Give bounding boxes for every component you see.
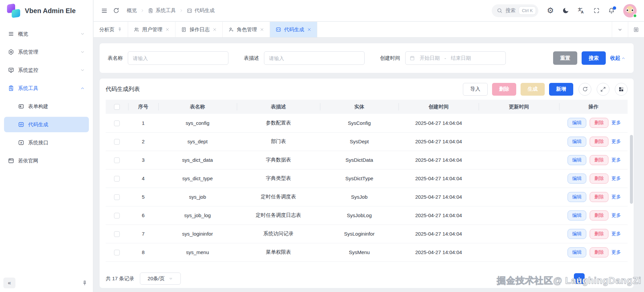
- more-button[interactable]: 更多: [611, 120, 621, 125]
- user-avatar[interactable]: [623, 4, 637, 17]
- row-checkbox[interactable]: [114, 139, 120, 145]
- main-content: 表名称 表描述 创建时间 开始日期 - 结束日期 重置 搜索 收起: [94, 38, 644, 292]
- sidebar-item-system-tools[interactable]: 系统工具: [4, 81, 89, 96]
- table-desc-input[interactable]: [264, 51, 365, 65]
- sidebar-item-system-api[interactable]: If 系统接口: [4, 135, 89, 150]
- tab-close-button[interactable]: [307, 28, 311, 32]
- import-button[interactable]: 导入: [463, 83, 488, 96]
- delete-button[interactable]: 删除: [492, 83, 516, 96]
- more-button[interactable]: 更多: [611, 249, 621, 255]
- edit-button[interactable]: 编辑: [568, 210, 586, 221]
- settings-button[interactable]: ⚙: [547, 7, 554, 14]
- row-checkbox[interactable]: [114, 176, 120, 182]
- sidebar-item-overview[interactable]: 概览: [4, 26, 89, 42]
- close-icon: [213, 28, 217, 32]
- cell-entity: SysDictData: [320, 151, 398, 169]
- more-button[interactable]: 更多: [611, 231, 621, 236]
- column-settings-button[interactable]: [615, 83, 628, 96]
- sidebar-item-system-monitor[interactable]: 系统监控: [4, 62, 89, 78]
- column-header-desc: 表描述: [237, 100, 320, 114]
- sidebar-item-code-generation[interactable]: 代码生成: [4, 117, 89, 132]
- breadcrumb-item-code-generation[interactable]: 代码生成: [187, 7, 215, 14]
- tab-close-button[interactable]: [213, 28, 217, 32]
- edit-button[interactable]: 编辑: [568, 174, 586, 184]
- edit-button[interactable]: 编辑: [568, 118, 586, 128]
- row-checkbox[interactable]: [114, 250, 120, 255]
- delete-row-button[interactable]: 删除: [590, 137, 608, 147]
- sidebar-item-ruoyi-site[interactable]: 若依官网: [4, 153, 89, 168]
- hamburger-menu-button[interactable]: [101, 7, 108, 14]
- edit-button[interactable]: 编辑: [568, 137, 586, 147]
- page-size-select[interactable]: 20条/页: [140, 273, 181, 285]
- table-scrollbar[interactable]: [630, 135, 633, 204]
- grid-icon: [619, 87, 624, 92]
- notifications-button[interactable]: [608, 7, 615, 14]
- tab-operation-log[interactable]: 操作日志: [175, 22, 223, 37]
- column-header-created: 创建时间: [398, 100, 479, 114]
- breadcrumb-item-system-tools[interactable]: 系统工具: [148, 7, 176, 14]
- chevron-right-icon: [140, 8, 145, 13]
- delete-row-button[interactable]: 删除: [590, 247, 608, 257]
- edit-button[interactable]: 编辑: [568, 192, 586, 202]
- more-button[interactable]: 更多: [611, 194, 621, 199]
- delete-row-button[interactable]: 删除: [590, 192, 608, 202]
- row-checkbox[interactable]: [114, 213, 120, 218]
- cell-index: 6: [128, 206, 158, 225]
- date-range-picker[interactable]: 开始日期 - 结束日期: [405, 51, 506, 65]
- delete-row-button[interactable]: 删除: [590, 229, 608, 239]
- row-checkbox[interactable]: [114, 157, 120, 163]
- delete-row-button[interactable]: 删除: [590, 210, 608, 221]
- add-button[interactable]: 新增: [549, 83, 573, 96]
- collapse-label: 收起: [610, 55, 620, 61]
- delete-row-button[interactable]: 删除: [590, 155, 608, 165]
- sidebar-pin-button[interactable]: [82, 280, 88, 286]
- edit-button[interactable]: 编辑: [568, 229, 586, 239]
- tab-analysis[interactable]: 分析页: [94, 22, 128, 37]
- more-button[interactable]: 更多: [611, 176, 621, 181]
- refresh-table-button[interactable]: [579, 83, 591, 96]
- sidebar-collapse-button[interactable]: «: [3, 278, 15, 288]
- chevron-down-icon: [80, 50, 85, 54]
- search-button[interactable]: 搜索: [582, 51, 606, 65]
- edit-button[interactable]: 编辑: [568, 155, 586, 165]
- pagination-page-1[interactable]: 1: [574, 273, 585, 284]
- fullscreen-button[interactable]: [593, 7, 600, 14]
- row-checkbox[interactable]: [114, 120, 120, 126]
- delete-row-button[interactable]: 删除: [590, 174, 608, 184]
- row-checkbox[interactable]: [114, 194, 120, 200]
- tab-close-button[interactable]: [165, 28, 169, 32]
- table-name-input[interactable]: [128, 51, 228, 65]
- hamburger-icon: [101, 7, 108, 14]
- sidebar-item-form-builder[interactable]: 表单构建: [4, 99, 89, 114]
- collapse-filter-link[interactable]: 收起: [610, 55, 626, 61]
- more-button[interactable]: 更多: [611, 139, 621, 144]
- tab-role-management[interactable]: 角色管理: [223, 22, 270, 37]
- sidebar-item-system-management[interactable]: 系统管理: [4, 44, 89, 60]
- generate-button[interactable]: 生成: [521, 83, 545, 96]
- more-button[interactable]: 更多: [611, 212, 621, 218]
- tabs-dropdown-button[interactable]: [612, 22, 628, 37]
- tab-code-generation[interactable]: 代码生成: [270, 22, 317, 37]
- translate-icon: 文A: [578, 7, 585, 14]
- refresh-page-button[interactable]: [113, 7, 119, 14]
- content-maximize-button[interactable]: [628, 22, 644, 37]
- theme-toggle-button[interactable]: [562, 7, 569, 14]
- reset-button[interactable]: 重置: [553, 51, 577, 65]
- tab-user-management[interactable]: 用户管理: [128, 22, 175, 37]
- select-all-checkbox[interactable]: [114, 104, 120, 110]
- global-search-button[interactable]: 搜索 Ctrl K: [492, 4, 539, 17]
- row-checkbox[interactable]: [114, 231, 120, 237]
- tab-label: 角色管理: [237, 27, 257, 33]
- breadcrumb-item-overview[interactable]: 概览: [127, 7, 137, 14]
- table-name-label: 表名称: [108, 55, 123, 61]
- tab-close-button[interactable]: [260, 28, 264, 32]
- sidebar: Vben Admin Ele 概览 系统管理 系统监控 系统工具 表单构建: [0, 0, 93, 292]
- app-logo[interactable]: Vben Admin Ele: [0, 0, 93, 21]
- language-button[interactable]: 文A: [578, 7, 585, 14]
- delete-row-button[interactable]: 删除: [590, 118, 608, 128]
- expand-table-button[interactable]: [597, 83, 609, 96]
- edit-button[interactable]: 编辑: [568, 247, 586, 257]
- tab-pin-button[interactable]: [117, 27, 122, 32]
- chevron-down-icon: [618, 27, 623, 32]
- more-button[interactable]: 更多: [611, 157, 621, 162]
